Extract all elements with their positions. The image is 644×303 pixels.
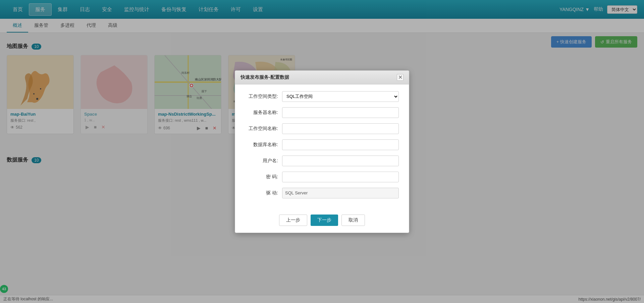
prev-step-button[interactable]: 上一步: [279, 215, 307, 226]
cancel-button[interactable]: 取消: [341, 215, 365, 226]
db-name-input[interactable]: [282, 139, 399, 150]
form-row-password: 密 码:: [245, 172, 399, 182]
driver-label: 驱 动:: [245, 190, 282, 196]
username-input[interactable]: [282, 156, 399, 166]
dialog-footer: 上一步 下一步 取消: [235, 210, 409, 233]
form-row-driver: 驱 动: SQL Server: [245, 188, 399, 198]
server-name-input[interactable]: [282, 107, 399, 118]
password-label: 密 码:: [245, 174, 282, 180]
form-row-workspace-type: 工作空间类型: SQL工作空间 文件工作空间: [245, 91, 399, 102]
dialog-body: 工作空间类型: SQL工作空间 文件工作空间 服务器名称: 工作空间名称: 数据…: [235, 84, 409, 210]
password-input[interactable]: [282, 172, 399, 182]
form-row-username: 用户名:: [245, 156, 399, 166]
server-name-label: 服务器名称:: [245, 110, 282, 116]
dialog-close-button[interactable]: ✕: [397, 74, 404, 81]
username-label: 用户名:: [245, 158, 282, 164]
workspace-name-label: 工作空间名称:: [245, 126, 282, 132]
form-row-server-name: 服务器名称:: [245, 107, 399, 118]
form-row-db-name: 数据库名称:: [245, 139, 399, 150]
workspace-type-label: 工作空间类型:: [245, 94, 282, 100]
workspace-type-select[interactable]: SQL工作空间 文件工作空间: [282, 91, 399, 102]
modal-overlay: 快速发布服务-配置数据 ✕ 工作空间类型: SQL工作空间 文件工作空间 服务器…: [0, 0, 644, 303]
driver-value: SQL Server: [282, 188, 399, 198]
dialog-header: 快速发布服务-配置数据 ✕: [235, 71, 409, 84]
publish-service-dialog: 快速发布服务-配置数据 ✕ 工作空间类型: SQL工作空间 文件工作空间 服务器…: [235, 70, 409, 233]
next-step-button[interactable]: 下一步: [311, 215, 338, 226]
dialog-title: 快速发布服务-配置数据: [240, 74, 289, 80]
form-row-workspace-name: 工作空间名称:: [245, 123, 399, 134]
db-name-label: 数据库名称:: [245, 142, 282, 148]
workspace-name-input[interactable]: [282, 123, 399, 134]
